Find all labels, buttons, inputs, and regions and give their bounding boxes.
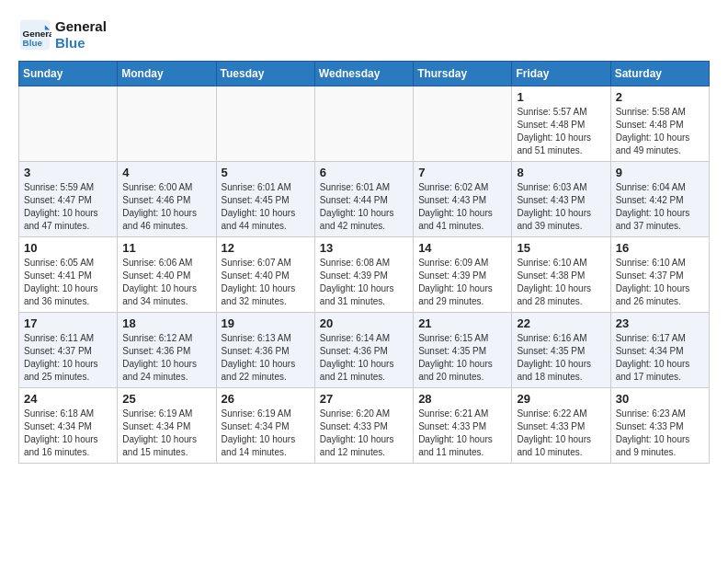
- cell-content: Sunrise: 6:10 AM Sunset: 4:38 PM Dayligh…: [517, 257, 605, 308]
- cell-content: Sunrise: 6:01 AM Sunset: 4:44 PM Dayligh…: [320, 181, 408, 233]
- calendar-cell-1-4: 7Sunrise: 6:02 AM Sunset: 4:43 PM Daylig…: [414, 162, 512, 237]
- calendar-cell-3-3: 20Sunrise: 6:14 AM Sunset: 4:36 PM Dayli…: [314, 313, 413, 388]
- cell-content: Sunrise: 6:15 AM Sunset: 4:35 PM Dayligh…: [418, 332, 506, 384]
- day-number: 29: [517, 392, 605, 406]
- weekday-thursday: Thursday: [414, 62, 512, 86]
- calendar-cell-1-1: 4Sunrise: 6:00 AM Sunset: 4:46 PM Daylig…: [118, 162, 216, 237]
- cell-content: Sunrise: 6:21 AM Sunset: 4:33 PM Dayligh…: [418, 408, 506, 459]
- calendar-cell-3-1: 18Sunrise: 6:12 AM Sunset: 4:36 PM Dayli…: [118, 313, 216, 388]
- calendar-cell-2-5: 15Sunrise: 6:10 AM Sunset: 4:38 PM Dayli…: [512, 237, 610, 313]
- calendar-cell-3-6: 23Sunrise: 6:17 AM Sunset: 4:34 PM Dayli…: [610, 313, 709, 388]
- weekday-sunday: Sunday: [19, 62, 118, 86]
- cell-content: Sunrise: 6:01 AM Sunset: 4:45 PM Dayligh…: [222, 181, 310, 233]
- day-number: 27: [320, 392, 408, 406]
- calendar-body: 1Sunrise: 5:57 AM Sunset: 4:48 PM Daylig…: [19, 86, 710, 464]
- cell-content: Sunrise: 6:22 AM Sunset: 4:33 PM Dayligh…: [517, 408, 605, 459]
- logo: General Blue General Blue: [18, 18, 107, 52]
- calendar-cell-4-3: 27Sunrise: 6:20 AM Sunset: 4:33 PM Dayli…: [314, 388, 413, 464]
- day-number: 28: [418, 392, 506, 406]
- cell-content: Sunrise: 6:13 AM Sunset: 4:36 PM Dayligh…: [222, 332, 310, 384]
- calendar-cell-0-4: [414, 86, 512, 162]
- weekday-tuesday: Tuesday: [216, 62, 314, 86]
- day-number: 25: [122, 392, 210, 406]
- cell-content: Sunrise: 6:23 AM Sunset: 4:33 PM Dayligh…: [616, 408, 704, 459]
- calendar-cell-1-6: 9Sunrise: 6:04 AM Sunset: 4:42 PM Daylig…: [610, 162, 709, 237]
- calendar-cell-3-2: 19Sunrise: 6:13 AM Sunset: 4:36 PM Dayli…: [216, 313, 314, 388]
- day-number: 16: [616, 241, 704, 255]
- cell-content: Sunrise: 6:00 AM Sunset: 4:46 PM Dayligh…: [122, 181, 210, 233]
- calendar-cell-1-0: 3Sunrise: 5:59 AM Sunset: 4:47 PM Daylig…: [19, 162, 118, 237]
- day-number: 7: [418, 166, 506, 179]
- calendar-cell-3-4: 21Sunrise: 6:15 AM Sunset: 4:35 PM Dayli…: [414, 313, 512, 388]
- calendar-cell-0-1: [118, 86, 216, 162]
- calendar-cell-4-4: 28Sunrise: 6:21 AM Sunset: 4:33 PM Dayli…: [414, 388, 512, 464]
- cell-content: Sunrise: 6:03 AM Sunset: 4:43 PM Dayligh…: [517, 181, 605, 233]
- cell-content: Sunrise: 6:19 AM Sunset: 4:34 PM Dayligh…: [122, 408, 210, 459]
- calendar-cell-1-5: 8Sunrise: 6:03 AM Sunset: 4:43 PM Daylig…: [512, 162, 610, 237]
- day-number: 3: [24, 166, 112, 179]
- header: General Blue General Blue: [18, 18, 710, 52]
- calendar-cell-0-3: [314, 86, 413, 162]
- day-number: 24: [24, 392, 112, 406]
- calendar-cell-4-5: 29Sunrise: 6:22 AM Sunset: 4:33 PM Dayli…: [512, 388, 610, 464]
- cell-content: Sunrise: 5:59 AM Sunset: 4:47 PM Dayligh…: [24, 181, 112, 233]
- day-number: 6: [320, 166, 408, 179]
- weekday-friday: Friday: [512, 62, 610, 86]
- day-number: 14: [418, 241, 506, 255]
- cell-content: Sunrise: 6:08 AM Sunset: 4:39 PM Dayligh…: [320, 257, 408, 308]
- day-number: 21: [418, 316, 506, 330]
- calendar-cell-0-6: 2Sunrise: 5:58 AM Sunset: 4:48 PM Daylig…: [610, 86, 709, 162]
- day-number: 30: [616, 392, 704, 406]
- day-number: 20: [320, 316, 408, 330]
- day-number: 11: [122, 241, 210, 255]
- svg-text:Blue: Blue: [23, 38, 43, 48]
- calendar-cell-2-4: 14Sunrise: 6:09 AM Sunset: 4:39 PM Dayli…: [414, 237, 512, 313]
- logo-icon: General Blue: [18, 18, 51, 52]
- day-number: 1: [517, 90, 605, 104]
- calendar-cell-0-5: 1Sunrise: 5:57 AM Sunset: 4:48 PM Daylig…: [512, 86, 610, 162]
- week-row-1: 1Sunrise: 5:57 AM Sunset: 4:48 PM Daylig…: [19, 86, 710, 162]
- calendar-cell-2-6: 16Sunrise: 6:10 AM Sunset: 4:37 PM Dayli…: [610, 237, 709, 313]
- cell-content: Sunrise: 6:07 AM Sunset: 4:40 PM Dayligh…: [222, 257, 310, 308]
- day-number: 26: [222, 392, 310, 406]
- calendar-cell-0-2: [216, 86, 314, 162]
- week-row-5: 24Sunrise: 6:18 AM Sunset: 4:34 PM Dayli…: [19, 388, 710, 464]
- cell-content: Sunrise: 6:06 AM Sunset: 4:40 PM Dayligh…: [122, 257, 210, 308]
- calendar-table: SundayMondayTuesdayWednesdayThursdayFrid…: [18, 61, 710, 464]
- day-number: 15: [517, 241, 605, 255]
- day-number: 19: [222, 316, 310, 330]
- day-number: 10: [24, 241, 112, 255]
- calendar-cell-4-0: 24Sunrise: 6:18 AM Sunset: 4:34 PM Dayli…: [19, 388, 118, 464]
- calendar-cell-4-2: 26Sunrise: 6:19 AM Sunset: 4:34 PM Dayli…: [216, 388, 314, 464]
- cell-content: Sunrise: 6:04 AM Sunset: 4:42 PM Dayligh…: [616, 181, 704, 233]
- day-number: 13: [320, 241, 408, 255]
- cell-content: Sunrise: 6:11 AM Sunset: 4:37 PM Dayligh…: [24, 332, 112, 384]
- calendar-cell-4-1: 25Sunrise: 6:19 AM Sunset: 4:34 PM Dayli…: [118, 388, 216, 464]
- calendar-cell-3-0: 17Sunrise: 6:11 AM Sunset: 4:37 PM Dayli…: [19, 313, 118, 388]
- calendar-cell-0-0: [19, 86, 118, 162]
- calendar-cell-2-3: 13Sunrise: 6:08 AM Sunset: 4:39 PM Dayli…: [314, 237, 413, 313]
- day-number: 18: [122, 316, 210, 330]
- week-row-3: 10Sunrise: 6:05 AM Sunset: 4:41 PM Dayli…: [19, 237, 710, 313]
- week-row-2: 3Sunrise: 5:59 AM Sunset: 4:47 PM Daylig…: [19, 162, 710, 237]
- cell-content: Sunrise: 6:09 AM Sunset: 4:39 PM Dayligh…: [418, 257, 506, 308]
- cell-content: Sunrise: 6:14 AM Sunset: 4:36 PM Dayligh…: [320, 332, 408, 384]
- day-number: 8: [517, 166, 605, 179]
- cell-content: Sunrise: 6:20 AM Sunset: 4:33 PM Dayligh…: [320, 408, 408, 459]
- cell-content: Sunrise: 5:58 AM Sunset: 4:48 PM Dayligh…: [616, 106, 704, 157]
- cell-content: Sunrise: 6:19 AM Sunset: 4:34 PM Dayligh…: [222, 408, 310, 459]
- calendar-cell-1-3: 6Sunrise: 6:01 AM Sunset: 4:44 PM Daylig…: [314, 162, 413, 237]
- logo-general: General: [55, 18, 107, 34]
- cell-content: Sunrise: 6:17 AM Sunset: 4:34 PM Dayligh…: [616, 332, 704, 384]
- calendar-cell-1-2: 5Sunrise: 6:01 AM Sunset: 4:45 PM Daylig…: [216, 162, 314, 237]
- day-number: 4: [122, 166, 210, 179]
- day-number: 22: [517, 316, 605, 330]
- calendar-cell-3-5: 22Sunrise: 6:16 AM Sunset: 4:35 PM Dayli…: [512, 313, 610, 388]
- cell-content: Sunrise: 6:02 AM Sunset: 4:43 PM Dayligh…: [418, 181, 506, 233]
- day-number: 2: [616, 90, 704, 104]
- weekday-saturday: Saturday: [610, 62, 709, 86]
- logo-blue: Blue: [55, 35, 107, 52]
- cell-content: Sunrise: 6:18 AM Sunset: 4:34 PM Dayligh…: [24, 408, 112, 459]
- cell-content: Sunrise: 6:16 AM Sunset: 4:35 PM Dayligh…: [517, 332, 605, 384]
- calendar-cell-4-6: 30Sunrise: 6:23 AM Sunset: 4:33 PM Dayli…: [610, 388, 709, 464]
